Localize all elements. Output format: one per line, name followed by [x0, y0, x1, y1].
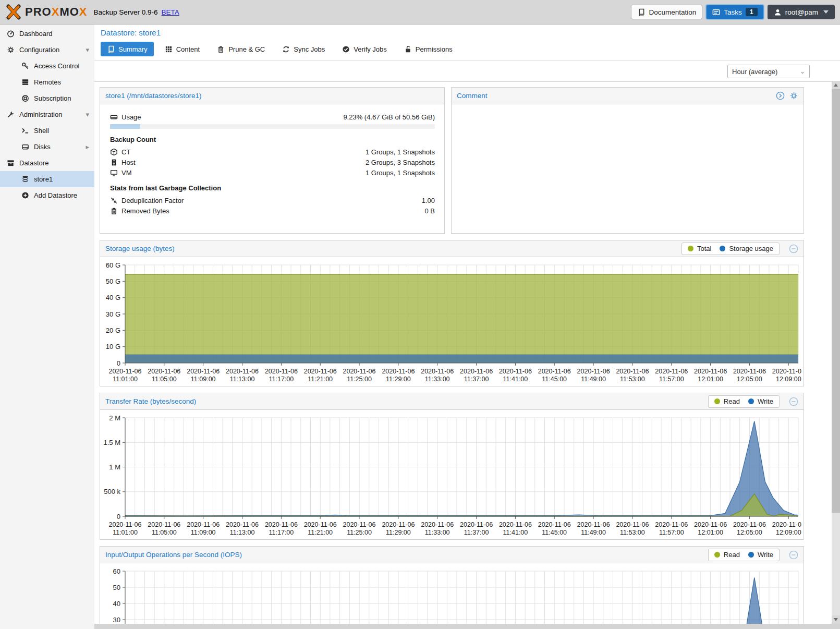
- storage-usage-panel: Storage usage (bytes) Total Storage usag…: [100, 240, 804, 386]
- legend-dot-read: [714, 552, 720, 558]
- scroll-up-arrow[interactable]: [832, 81, 840, 89]
- svg-text:0: 0: [117, 513, 120, 521]
- chart-legend: Read Write: [708, 395, 780, 408]
- svg-text:11:45:00: 11:45:00: [542, 529, 567, 536]
- gears-icon: [7, 46, 15, 54]
- backup-count-row-host: Host 2 Groups, 3 Snapshots: [110, 157, 435, 167]
- legend-item-read: Read: [714, 397, 740, 405]
- sync-icon: [282, 45, 290, 53]
- svg-text:2020-11-06: 2020-11-06: [108, 521, 141, 528]
- sidebar-item-store1[interactable]: store1: [0, 171, 94, 187]
- sidebar-item-dashboard[interactable]: Dashboard: [0, 26, 94, 42]
- tab-summary[interactable]: Summary: [101, 42, 154, 56]
- chart-legend: Total Storage usage: [681, 243, 780, 255]
- legend-label: Write: [758, 551, 773, 559]
- svg-text:2020-11-06: 2020-11-06: [616, 521, 649, 528]
- usage-label: Usage: [121, 113, 141, 121]
- brand-wordmark: PROXMOX: [25, 5, 88, 19]
- tab-content[interactable]: Content: [159, 42, 206, 56]
- row-value: 2 Groups, 3 Snapshots: [366, 159, 435, 166]
- sidebar-item-shell[interactable]: Shell: [0, 123, 94, 139]
- svg-text:2020-11-06: 2020-11-06: [148, 368, 180, 375]
- row-value: 1 Groups, 1 Snapshots: [366, 169, 435, 177]
- vertical-scrollbar[interactable]: [832, 81, 840, 624]
- product-version-label: Backup Server 0.9-6: [94, 8, 158, 16]
- svg-text:50: 50: [113, 584, 120, 591]
- beta-link[interactable]: BETA: [162, 8, 179, 16]
- documentation-label: Documentation: [649, 8, 696, 16]
- svg-text:30: 30: [113, 616, 120, 624]
- tab-label: Permissions: [416, 45, 453, 53]
- tab-prune-gc[interactable]: Prune & GC: [211, 42, 271, 56]
- sidebar-item-datastore[interactable]: Datastore: [0, 155, 94, 171]
- circle-arrow-right-icon[interactable]: [776, 91, 785, 100]
- legend-dot-storage-usage: [720, 246, 725, 251]
- svg-text:2020-11-06: 2020-11-06: [499, 521, 532, 528]
- row-value: 1.00: [422, 197, 435, 204]
- tab-label: Summary: [118, 45, 148, 53]
- svg-text:2020-11-06: 2020-11-06: [421, 368, 454, 375]
- svg-text:11:53:00: 11:53:00: [620, 376, 645, 383]
- tab-verify-jobs[interactable]: Verify Jobs: [336, 42, 393, 56]
- sidebar-item-subscription[interactable]: Subscription: [0, 90, 94, 106]
- plus-circle-icon: [21, 191, 29, 199]
- svg-text:2020-11-06: 2020-11-06: [772, 368, 801, 375]
- minus-circle-icon[interactable]: [789, 550, 798, 560]
- tasks-count-badge: 1: [746, 8, 758, 16]
- legend-item-storage-usage: Storage usage: [720, 245, 773, 252]
- tab-sync-jobs[interactable]: Sync Jobs: [276, 42, 331, 56]
- svg-text:50 G: 50 G: [106, 277, 120, 285]
- scrollbar-thumb[interactable]: [832, 89, 840, 513]
- svg-text:12:05:00: 12:05:00: [737, 529, 762, 536]
- svg-text:0: 0: [117, 359, 120, 367]
- cube-icon: [110, 148, 118, 156]
- sidebar-item-label: Administration: [19, 111, 62, 118]
- sidebar-item-label: Subscription: [34, 94, 71, 102]
- svg-text:2020-11-06: 2020-11-06: [226, 368, 259, 375]
- iops-chart: 01020304050602020-11-0611:01:002020-11-0…: [100, 563, 804, 629]
- row-label: Host: [121, 159, 136, 166]
- legend-label: Total: [697, 245, 711, 252]
- check-circle-icon: [342, 45, 350, 53]
- minus-circle-icon[interactable]: [789, 244, 798, 253]
- sidebar-item-add-datastore[interactable]: Add Datastore: [0, 187, 94, 203]
- time-range-select[interactable]: Hour (average) ⌄: [727, 65, 810, 78]
- documentation-button[interactable]: Documentation: [631, 5, 702, 19]
- row-value: 1 Groups, 1 Snapshots: [366, 148, 435, 156]
- sidebar-item-disks[interactable]: Disks ▸: [0, 139, 94, 155]
- minus-circle-icon[interactable]: [789, 397, 798, 406]
- gc-row-dedup: Deduplication Factor 1.00: [110, 195, 435, 205]
- tab-permissions[interactable]: Permissions: [398, 42, 459, 56]
- sidebar-item-label: store1: [34, 175, 53, 183]
- main-area: Datastore: store1 Summary Content: [94, 25, 840, 629]
- svg-text:11:49:00: 11:49:00: [581, 376, 606, 383]
- legend-label: Write: [758, 397, 773, 405]
- svg-text:11:09:00: 11:09:00: [191, 376, 216, 383]
- user-menu-button[interactable]: root@pam: [768, 5, 835, 19]
- svg-text:2020-11-06: 2020-11-06: [733, 521, 766, 528]
- legend-item-write: Write: [748, 551, 773, 559]
- chevron-down-icon: [823, 10, 829, 14]
- page-title: Datastore: store1: [94, 25, 840, 37]
- database-icon: [21, 175, 29, 183]
- user-label: root@pam: [785, 8, 818, 16]
- tab-label: Sync Jobs: [294, 45, 325, 53]
- svg-text:2020-11-06: 2020-11-06: [226, 521, 259, 528]
- svg-text:11:21:00: 11:21:00: [308, 376, 333, 383]
- sidebar-item-access-control[interactable]: Access Control: [0, 58, 94, 74]
- sidebar-item-remotes[interactable]: Remotes: [0, 74, 94, 90]
- sidebar-item-administration[interactable]: Administration ▾: [0, 106, 94, 123]
- tab-label: Verify Jobs: [354, 45, 387, 53]
- gear-icon[interactable]: [789, 91, 798, 100]
- building-icon: [110, 159, 118, 166]
- usage-progress-bar: [110, 124, 435, 129]
- sidebar-item-label: Dashboard: [19, 30, 53, 38]
- legend-dot-read: [714, 398, 720, 404]
- tasks-button[interactable]: Tasks 1: [706, 5, 763, 19]
- tasks-label: Tasks: [724, 8, 742, 16]
- archive-icon: [7, 159, 15, 167]
- scroll-down-arrow[interactable]: [832, 615, 840, 624]
- svg-text:11:13:00: 11:13:00: [230, 529, 255, 536]
- tab-bar: Summary Content: [94, 37, 840, 61]
- sidebar-item-configuration[interactable]: Configuration ▾: [0, 42, 94, 58]
